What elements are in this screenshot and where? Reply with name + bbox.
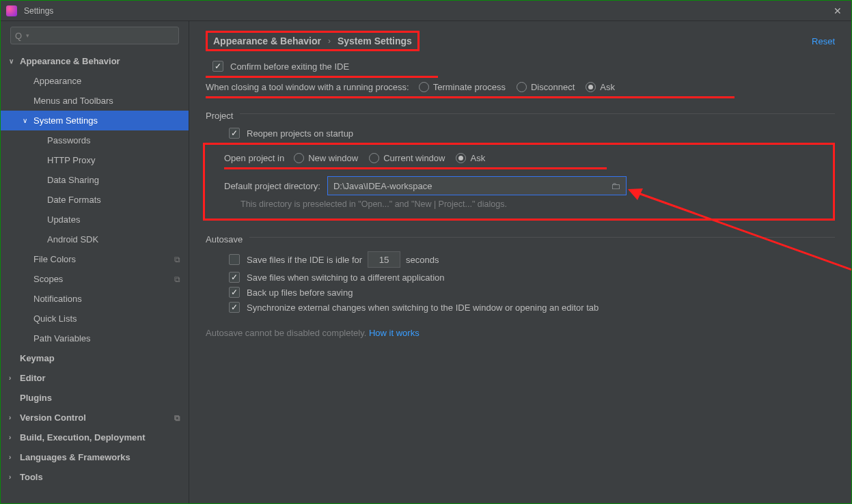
closing-process-label: When closing a tool window with a runnin…: [206, 82, 409, 92]
closing-terminate-label: Terminate process: [433, 82, 506, 92]
default-dir-input[interactable]: D:\Java\IDEA-workspace 🗀: [327, 176, 627, 195]
sync-external-checkbox[interactable]: [229, 302, 240, 313]
save-idle-prefix: Save files if the IDE is idle for: [247, 255, 362, 265]
app-icon: [6, 5, 17, 16]
sidebar-item[interactable]: Date Formats: [1, 190, 189, 210]
sidebar-item[interactable]: Passwords: [1, 130, 189, 150]
sidebar-item-label: Languages & Frameworks: [20, 452, 130, 462]
open-current-window-label: Current window: [383, 153, 445, 163]
closing-disconnect-label: Disconnect: [531, 82, 575, 92]
sidebar-item[interactable]: Appearance: [1, 71, 189, 91]
closing-disconnect-radio[interactable]: [517, 82, 527, 92]
chevron-down-icon: ▾: [26, 32, 29, 39]
sidebar-item-label: Quick Lists: [33, 313, 77, 324]
autosave-section-title: Autosave: [206, 234, 243, 244]
default-dir-label: Default project directory:: [224, 181, 320, 191]
sidebar-item-label: File Colors: [33, 254, 76, 264]
open-current-window-radio[interactable]: [369, 153, 379, 163]
chevron-right-icon: ›: [9, 374, 18, 382]
default-dir-value: D:\Java\IDEA-workspace: [333, 181, 432, 191]
window-title: Settings: [24, 6, 53, 16]
search-input[interactable]: Q ▾: [10, 27, 179, 44]
sidebar-item[interactable]: ›Build, Execution, Deployment: [1, 428, 189, 447]
sidebar-item-label: Updates: [47, 214, 80, 225]
sidebar-item[interactable]: ∨Appearance & Behavior: [1, 51, 189, 71]
sidebar-item-label: System Settings: [33, 115, 98, 126]
sidebar-item[interactable]: HTTP Proxy: [1, 150, 189, 170]
confirm-exit-label: Confirm before exiting the IDE: [230, 61, 349, 72]
sidebar-item-label: Version Control: [20, 412, 86, 423]
reset-link[interactable]: Reset: [812, 36, 835, 46]
breadcrumb-group[interactable]: Appearance & Behavior: [213, 36, 321, 46]
chevron-right-icon: ›: [9, 473, 18, 481]
save-switch-app-checkbox[interactable]: [229, 272, 240, 283]
project-scope-icon: ⧉: [174, 413, 180, 423]
sidebar-item[interactable]: Scopes⧉: [1, 269, 189, 289]
main-panel: Appearance & Behavior › System Settings …: [189, 21, 851, 503]
sidebar-item-label: Android SDK: [47, 234, 98, 244]
sidebar-item-label: HTTP Proxy: [47, 155, 96, 165]
project-section-title: Project: [206, 111, 233, 121]
backup-checkbox[interactable]: [229, 287, 240, 298]
project-scope-icon: ⧉: [174, 275, 180, 284]
confirm-exit-checkbox[interactable]: [212, 61, 223, 72]
sidebar-item[interactable]: Data Sharing: [1, 170, 189, 190]
sidebar-item-label: Data Sharing: [47, 175, 99, 185]
sync-external-label: Synchronize external changes when switch…: [247, 303, 599, 313]
chevron-right-icon: ›: [9, 453, 18, 461]
save-idle-checkbox[interactable]: [229, 254, 240, 265]
sidebar-item-label: Menus and Toolbars: [33, 96, 113, 106]
open-project-in-label: Open project in: [224, 153, 284, 163]
search-icon: Q: [15, 31, 22, 41]
sidebar-item[interactable]: File Colors⧉: [1, 249, 189, 269]
sidebar-item-label: Appearance & Behavior: [20, 56, 120, 66]
breadcrumb-page: System Settings: [338, 36, 412, 46]
open-new-window-radio[interactable]: [294, 153, 304, 163]
sidebar: Q ▾ ∨Appearance & BehaviorAppearanceMenu…: [1, 21, 189, 503]
chevron-down-icon: ∨: [9, 57, 18, 65]
closing-terminate-radio[interactable]: [419, 82, 429, 92]
open-new-window-label: New window: [308, 153, 358, 163]
chevron-down-icon: ∨: [23, 117, 32, 124]
how-it-works-link[interactable]: How it works: [369, 328, 420, 338]
sidebar-item[interactable]: Plugins: [1, 388, 189, 408]
project-scope-icon: ⧉: [174, 255, 180, 264]
sidebar-item[interactable]: Quick Lists: [1, 309, 189, 328]
default-dir-hint: This directory is preselected in "Open..…: [241, 199, 826, 209]
chevron-right-icon: ›: [9, 434, 18, 441]
sidebar-item-label: Passwords: [47, 135, 91, 145]
sidebar-item[interactable]: ›Languages & Frameworks: [1, 447, 189, 467]
sidebar-item[interactable]: Android SDK: [1, 229, 189, 249]
settings-tree: ∨Appearance & BehaviorAppearanceMenus an…: [1, 50, 189, 503]
sidebar-item-label: Notifications: [33, 294, 82, 304]
sidebar-item-label: Appearance: [33, 76, 81, 86]
sidebar-item[interactable]: ∨System Settings: [1, 111, 189, 130]
open-ask-radio[interactable]: [456, 153, 466, 163]
reopen-projects-checkbox[interactable]: [229, 128, 240, 139]
sidebar-item[interactable]: Path Variables: [1, 328, 189, 348]
sidebar-item[interactable]: ›Version Control⧉: [1, 408, 189, 428]
closing-ask-radio[interactable]: [586, 82, 596, 92]
save-switch-app-label: Save files when switching to a different…: [247, 272, 445, 283]
idle-seconds-input[interactable]: [368, 251, 400, 268]
sidebar-item-label: Keymap: [20, 353, 55, 363]
close-icon[interactable]: ✕: [829, 5, 846, 16]
reopen-projects-label: Reopen projects on startup: [247, 128, 353, 139]
breadcrumb: Appearance & Behavior › System Settings: [206, 31, 420, 51]
open-ask-label: Ask: [470, 153, 485, 163]
sidebar-item[interactable]: ›Editor: [1, 368, 189, 388]
chevron-right-icon: ›: [9, 414, 18, 421]
sidebar-item-label: Tools: [20, 472, 43, 482]
folder-icon[interactable]: 🗀: [611, 180, 620, 191]
sidebar-item-label: Path Variables: [33, 333, 91, 344]
sidebar-item[interactable]: Keymap: [1, 348, 189, 368]
sidebar-item[interactable]: Notifications: [1, 289, 189, 309]
sidebar-item-label: Scopes: [33, 274, 63, 284]
autosave-note: Autosave cannot be disabled completely.: [206, 328, 366, 338]
sidebar-item-label: Date Formats: [47, 195, 101, 205]
sidebar-item[interactable]: Menus and Toolbars: [1, 91, 189, 111]
annotation-highlight-box: Open project in New window Current windo…: [203, 143, 835, 221]
save-idle-suffix: seconds: [406, 255, 439, 265]
sidebar-item[interactable]: Updates: [1, 210, 189, 229]
sidebar-item[interactable]: ›Tools: [1, 467, 189, 487]
